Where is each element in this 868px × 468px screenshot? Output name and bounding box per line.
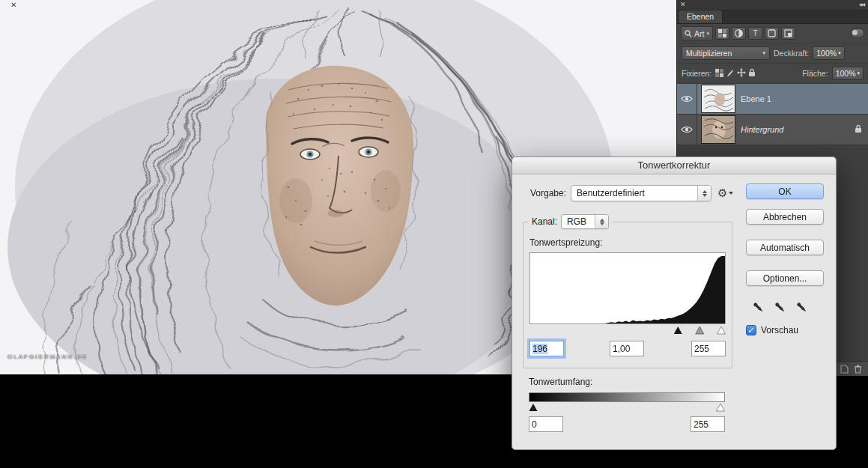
lock-position-button[interactable] (737, 68, 746, 79)
background-lock-icon (855, 124, 862, 135)
layer-row-hintergrund[interactable]: Hintergrund (677, 115, 868, 145)
chevron-down-icon: ▾ (762, 50, 765, 56)
lock-pixels-button[interactable] (726, 68, 735, 79)
dialog-title: Tonwertkorrektur (638, 159, 711, 171)
new-layer-button[interactable] (840, 365, 849, 374)
fill-label: Fläche: (802, 69, 828, 78)
lock-transparency-button[interactable] (715, 69, 723, 79)
eyedropper-group (750, 300, 810, 316)
filter-shape-button[interactable] (765, 27, 779, 40)
pixel-layers-icon (718, 29, 726, 37)
preview-checkbox[interactable]: ✓ (746, 325, 756, 335)
options-button[interactable]: Optionen... (746, 270, 824, 286)
blend-mode-row: Multiplizieren ▾ Deckkraft: 100% ▾ (677, 43, 868, 64)
highlight-slider[interactable] (717, 326, 726, 334)
opacity-select[interactable]: 100% ▾ (813, 46, 844, 60)
move-icon (737, 68, 746, 77)
output-gradient-bar (529, 392, 725, 402)
preset-select[interactable]: Benutzerdefiniert (571, 185, 711, 201)
visibility-toggle[interactable] (677, 115, 697, 145)
layer-thumbnail[interactable] (701, 115, 735, 144)
channel-value: RGB (562, 216, 595, 227)
photoshop-window: { "window": { "doc_close_glyph": "✕", "p… (0, 0, 868, 468)
tab-ebenen[interactable]: Ebenen (678, 10, 723, 23)
preset-label: Vorgabe: (520, 188, 566, 198)
shadow-input[interactable]: 196 (529, 341, 564, 356)
eyedropper-icon (752, 301, 765, 314)
layer-row-ebene1[interactable]: Ebene 1 (677, 84, 868, 115)
filter-kind-label: Art (694, 29, 704, 38)
levels-dialog: Tonwertkorrektur Vorgabe: Benutzerdefini… (512, 156, 837, 450)
lock-icon (748, 68, 756, 77)
channel-label: Kanal: (532, 216, 557, 227)
lock-label: Fixieren: (682, 69, 711, 78)
stepper-icon (697, 186, 711, 201)
transparency-icon (715, 69, 723, 77)
filter-kind-select[interactable]: Art ▾ (681, 26, 713, 40)
panel-collapse-icon[interactable]: ◀◀ (859, 0, 864, 10)
eye-icon (681, 94, 693, 103)
visibility-toggle[interactable] (677, 84, 697, 114)
filter-pixel-button[interactable] (715, 27, 729, 40)
input-levels-label: Tonwertspreizung: (529, 237, 602, 248)
panel-tab-bar: Ebenen (677, 10, 868, 24)
dialog-titlebar[interactable]: Tonwertkorrektur (512, 157, 836, 174)
gray-point-eyedropper[interactable] (772, 300, 789, 316)
output-slider-track (529, 402, 725, 412)
chevron-down-icon: ▾ (838, 50, 841, 56)
layer-thumbnail[interactable] (701, 85, 735, 113)
filter-adjustment-button[interactable] (732, 27, 746, 40)
brush-icon (726, 68, 735, 77)
output-shadow-slider[interactable] (529, 404, 538, 411)
watermark: OLAFGIERMANN.DE (7, 353, 88, 360)
auto-button[interactable]: Automatisch (746, 240, 824, 255)
opacity-value: 100% (816, 49, 837, 58)
shape-layer-icon (768, 29, 776, 37)
stepper-icon (595, 215, 608, 228)
gear-icon: ⚙ (717, 186, 727, 200)
input-slider-track (529, 325, 726, 335)
output-shadow-input[interactable]: 0 (529, 416, 563, 432)
opacity-label: Deckkraft: (774, 49, 809, 58)
layer-name[interactable]: Hintergrund (741, 125, 783, 134)
adjustment-layer-icon (735, 29, 743, 37)
cancel-button[interactable]: Abbrechen (746, 209, 824, 225)
chevron-down-icon: ▾ (857, 70, 860, 76)
gamma-input[interactable]: 1,00 (610, 341, 644, 356)
shadow-slider[interactable] (674, 326, 682, 334)
layer-name[interactable]: Ebene 1 (741, 94, 771, 103)
filter-toggle-switch[interactable] (851, 28, 864, 38)
highlight-input[interactable]: 255 (691, 341, 726, 356)
preview-label: Vorschau (761, 325, 798, 335)
white-point-eyedropper[interactable] (794, 300, 810, 316)
panel-close-icon[interactable]: ✕ (680, 0, 686, 10)
chevron-down-icon: ▾ (706, 31, 709, 37)
lock-all-button[interactable] (748, 68, 756, 79)
layers-list: Ebene 1 Hintergrund (677, 84, 868, 145)
delete-layer-button[interactable] (854, 365, 862, 374)
lock-row: Fixieren: Fläche: 100% ▾ (677, 64, 868, 84)
eye-icon (681, 125, 693, 134)
layer-filter-row: Art ▾ T (677, 24, 868, 43)
gamma-slider[interactable] (696, 326, 704, 334)
blend-mode-select[interactable]: Multiplizieren ▾ (682, 46, 770, 60)
chevron-down-icon (729, 192, 733, 195)
eyedropper-icon (795, 301, 809, 314)
ok-button[interactable]: OK (746, 183, 824, 199)
fill-select[interactable]: 100% ▾ (832, 67, 864, 80)
document-close-icon[interactable]: ✕ (10, 1, 16, 9)
filter-type-button[interactable]: T (748, 27, 762, 40)
histogram-plot (530, 253, 725, 323)
output-highlight-slider[interactable] (717, 404, 725, 411)
search-icon (685, 30, 692, 37)
black-point-eyedropper[interactable] (750, 300, 767, 316)
channel-select[interactable]: RGB (561, 214, 609, 229)
panel-topbar: ✕ ◀◀ (677, 0, 868, 10)
levels-fieldset: Kanal: RGB Tonwertspreizung: 196 1,00 25… (523, 222, 732, 368)
filter-smartobject-button[interactable] (781, 27, 795, 40)
output-highlight-input[interactable]: 255 (691, 416, 725, 432)
channel-legend: Kanal: RGB (528, 214, 613, 229)
histogram (529, 252, 726, 324)
preset-options-button[interactable]: ⚙ (717, 186, 733, 200)
eyedropper-icon (774, 301, 787, 314)
